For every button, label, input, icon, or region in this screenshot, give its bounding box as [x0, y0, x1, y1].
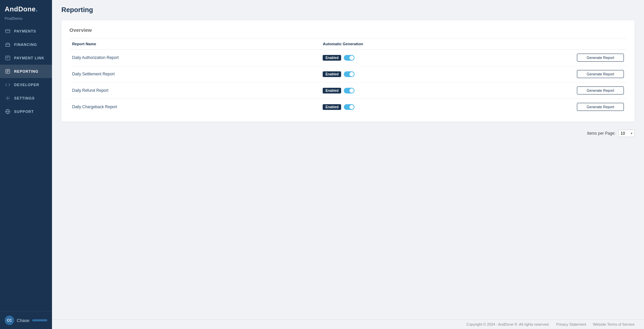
generate-report-button[interactable]: Generate Report	[577, 103, 624, 111]
svg-point-12	[7, 97, 8, 99]
logo-area: AndDone.	[0, 0, 52, 16]
generate-report-button[interactable]: Generate Report	[577, 54, 624, 62]
table-row: Daily Authorization Report Enabled Gener…	[69, 50, 627, 66]
sidebar: AndDone. ProdDemo Payments Financing Pay…	[0, 0, 52, 329]
toggle-switch[interactable]	[344, 88, 355, 93]
sidebar-item-financing-label: Financing	[14, 43, 37, 47]
action-cell: Generate Report	[515, 50, 627, 66]
sidebar-item-settings[interactable]: Settings	[0, 91, 52, 105]
sidebar-item-support-label: Support	[14, 110, 34, 114]
toggle-cell: Enabled	[320, 82, 515, 99]
copyright: Copyright © 2024 · AndDone ®. All rights…	[466, 322, 549, 326]
sidebar-item-developer-label: Developer	[14, 83, 39, 87]
col-auto-gen: Automatic Generation	[320, 39, 515, 50]
generate-report-button[interactable]: Generate Report	[577, 86, 624, 94]
user-area: CC Chase	[0, 311, 52, 329]
main-body: Overview Report Name Automatic Generatio…	[52, 17, 644, 319]
sidebar-item-support[interactable]: Support	[0, 105, 52, 118]
toggle-switch[interactable]	[344, 55, 355, 61]
sidebar-item-payments[interactable]: Payments	[0, 24, 52, 38]
header-row: Report Name Automatic Generation	[69, 39, 627, 50]
svg-marker-3	[5, 43, 10, 44]
avatar: CC	[5, 316, 14, 325]
sidebar-nav: Payments Financing Payment Link Reportin…	[0, 24, 52, 311]
toggle-switch[interactable]	[344, 104, 355, 110]
col-report-name: Report Name	[69, 39, 320, 50]
footer: Copyright © 2024 · AndDone ®. All rights…	[52, 319, 644, 329]
toggle-cell: Enabled	[320, 50, 515, 66]
items-per-page-select[interactable]: 10 25 50 100	[618, 130, 635, 137]
svg-rect-2	[6, 44, 10, 47]
table-row: Daily Refund Report Enabled Generate Rep…	[69, 82, 627, 99]
report-table: Report Name Automatic Generation Daily A…	[69, 39, 627, 115]
table-header: Report Name Automatic Generation	[69, 39, 627, 50]
overview-card: Overview Report Name Automatic Generatio…	[61, 20, 635, 122]
toggle-wrapper: Enabled	[323, 88, 512, 93]
link-icon	[5, 55, 11, 61]
terms-link[interactable]: Website Terms of Service	[593, 322, 635, 326]
sidebar-item-payment-link-label: Payment Link	[14, 56, 44, 60]
report-name-cell: Daily Settlement Report	[69, 66, 320, 82]
env-label: ProdDemo	[0, 16, 52, 24]
reporting-icon	[5, 68, 11, 74]
sidebar-item-payments-label: Payments	[14, 29, 36, 33]
report-name-cell: Daily Authorization Report	[69, 50, 320, 66]
generate-report-button[interactable]: Generate Report	[577, 70, 624, 78]
sidebar-item-financing[interactable]: Financing	[0, 38, 52, 51]
gear-icon	[5, 95, 11, 101]
enabled-label: Enabled	[323, 55, 341, 61]
toggle-cell: Enabled	[320, 99, 515, 115]
table-row: Daily Settlement Report Enabled Generate…	[69, 66, 627, 82]
user-name: Chase	[17, 318, 30, 323]
page-header: Reporting	[52, 0, 644, 17]
sidebar-item-reporting-label: Reporting	[14, 69, 39, 73]
pagination-row: Items per Page: 10 25 50 100	[61, 127, 635, 140]
sidebar-item-settings-label: Settings	[14, 96, 35, 100]
privacy-link[interactable]: Privacy Statement	[556, 322, 586, 326]
app-logo: AndDone.	[5, 5, 47, 13]
svg-rect-0	[5, 29, 10, 32]
credit-card-icon	[5, 28, 11, 34]
enabled-label: Enabled	[323, 71, 341, 77]
action-cell: Generate Report	[515, 66, 627, 82]
report-name-cell: Daily Refund Report	[69, 82, 320, 99]
enabled-label: Enabled	[323, 88, 341, 93]
toggle-cell: Enabled	[320, 66, 515, 82]
action-cell: Generate Report	[515, 99, 627, 115]
table-row: Daily Chargeback Report Enabled Generate…	[69, 99, 627, 115]
report-name-cell: Daily Chargeback Report	[69, 99, 320, 115]
items-per-page-wrapper[interactable]: 10 25 50 100	[618, 130, 635, 137]
report-table-body: Daily Authorization Report Enabled Gener…	[69, 50, 627, 115]
user-bar	[32, 319, 47, 321]
overview-heading: Overview	[69, 27, 627, 33]
action-cell: Generate Report	[515, 82, 627, 99]
items-per-page-label: Items per Page:	[587, 131, 615, 136]
toggle-wrapper: Enabled	[323, 104, 512, 110]
globe-icon	[5, 109, 11, 115]
logo-dot: .	[36, 5, 38, 13]
toggle-switch[interactable]	[344, 71, 355, 77]
code-icon	[5, 82, 11, 88]
toggle-wrapper: Enabled	[323, 55, 512, 61]
main-content-area: Reporting Overview Report Name Automatic…	[52, 0, 644, 329]
bank-icon	[5, 42, 11, 48]
sidebar-item-payment-link[interactable]: Payment Link	[0, 51, 52, 65]
sidebar-item-developer[interactable]: Developer	[0, 78, 52, 91]
enabled-label: Enabled	[323, 104, 341, 110]
toggle-wrapper: Enabled	[323, 71, 512, 77]
col-action	[515, 39, 627, 50]
sidebar-item-reporting[interactable]: Reporting	[0, 65, 52, 78]
page-title: Reporting	[61, 6, 635, 14]
